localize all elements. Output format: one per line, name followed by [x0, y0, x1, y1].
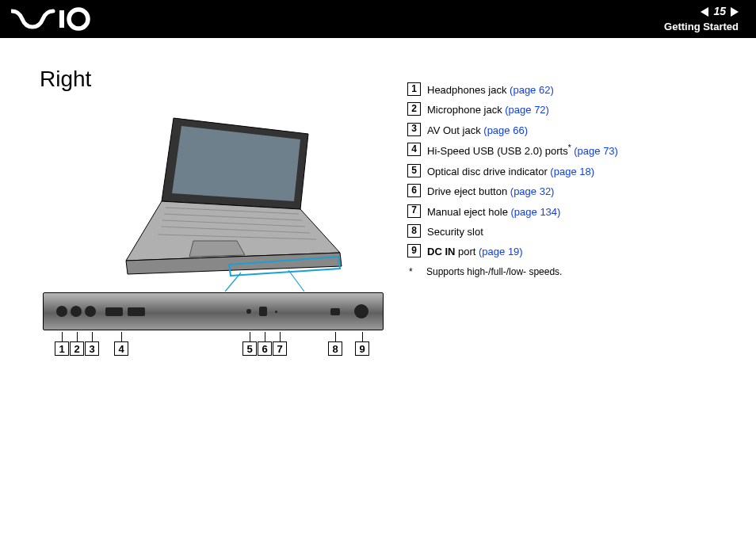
callout-9: 9 [355, 341, 369, 356]
legend-link-4[interactable]: (page 73) [574, 146, 618, 158]
header-right: 15 Getting Started [664, 4, 739, 33]
prev-page-icon[interactable] [701, 7, 708, 17]
legend-num-1: 1 [407, 82, 421, 96]
callout-4: 4 [114, 341, 128, 356]
port-usb-2 [128, 307, 145, 316]
callout-5: 5 [242, 341, 257, 356]
legend-link-3[interactable]: (page 66) [483, 124, 528, 136]
port-indicator [246, 309, 251, 314]
legend-label-8: Security slot [427, 226, 483, 238]
next-page-icon[interactable] [731, 7, 739, 17]
laptop-illustration [86, 114, 348, 288]
footnote-text: Supports high-/full-/low- speeds. [426, 266, 562, 277]
legend-num-9: 9 [407, 244, 421, 257]
legend-label-4: Hi-Speed USB (USB 2.0) ports [427, 146, 568, 158]
callout-8: 8 [328, 341, 342, 356]
svg-rect-0 [59, 10, 64, 28]
legend-label-9-bold: DC IN [427, 246, 455, 257]
callout-6: 6 [258, 341, 272, 356]
vaio-logo-svg [11, 7, 102, 31]
section-name: Getting Started [664, 21, 739, 34]
legend-link-7[interactable]: (page 134) [511, 206, 561, 218]
port-manual-eject [275, 311, 277, 313]
legend-link-5[interactable]: (page 18) [550, 166, 594, 177]
legend-label-6: Drive eject button [427, 185, 507, 197]
legend-label-9-rest: port [455, 246, 475, 257]
legend-item-7: 7 Manual eject hole (page 134) [407, 203, 732, 221]
side-view-panel [43, 292, 384, 330]
legend-item-5: 5 Optical disc drive indicator (page 18) [407, 162, 732, 181]
legend-item-3: 3 AV Out jack (page 66) [407, 121, 732, 139]
port-avout [85, 306, 96, 317]
legend-item-6: 6 Drive eject button (page 32) [407, 182, 732, 200]
callout-3: 3 [85, 341, 99, 356]
legend-label-7: Manual eject hole [427, 206, 508, 218]
legend-label-5: Optical disc drive indicator [427, 166, 548, 177]
legend-num-6: 6 [407, 184, 421, 197]
legend-num-5: 5 [407, 164, 421, 177]
legend-label-1: Headphones jack [427, 84, 506, 96]
legend-link-6[interactable]: (page 32) [510, 185, 555, 197]
header-bar: 15 Getting Started [0, 0, 756, 38]
svg-marker-3 [172, 126, 300, 201]
port-security [330, 308, 340, 315]
legend-item-1: 1 Headphones jack (page 62) [407, 81, 732, 99]
port-usb-1 [105, 307, 123, 316]
page-title: Right [40, 67, 384, 92]
page-nav: 15 [664, 4, 739, 18]
legend-item-8: 8 Security slot [407, 223, 732, 241]
port-eject [259, 307, 267, 316]
svg-point-1 [69, 10, 88, 29]
legend-link-9[interactable]: (page 19) [479, 246, 523, 257]
callout-2: 2 [70, 341, 84, 356]
port-headphones [56, 306, 67, 317]
legend-label-2: Microphone jack [427, 104, 502, 116]
legend-item-2: 2 Microphone jack (page 72) [407, 101, 732, 119]
legend-link-2[interactable]: (page 72) [505, 104, 549, 116]
footnote: *Supports high-/full-/low- speeds. [409, 266, 732, 277]
legend-num-8: 8 [407, 224, 421, 238]
vaio-logo [11, 7, 102, 31]
callout-row: 1 2 3 4 5 6 7 8 9 [43, 332, 384, 364]
port-microphone [71, 306, 82, 317]
illustration-area: 1 2 3 4 5 6 7 8 9 [43, 114, 384, 368]
legend-num-4: 4 [407, 143, 421, 156]
legend-item-9: 9 DC IN port (page 19) [407, 242, 732, 261]
legend-num-2: 2 [407, 102, 421, 116]
port-dcin [354, 304, 368, 318]
legend-num-7: 7 [407, 204, 421, 218]
legend-list: 1 Headphones jack (page 62) 2 Microphone… [407, 81, 732, 261]
footnote-mark: * [409, 266, 426, 277]
legend-link-1[interactable]: (page 62) [510, 84, 554, 96]
callout-1: 1 [55, 341, 69, 356]
legend-asterisk-4: * [568, 143, 571, 152]
callout-7: 7 [273, 341, 287, 356]
legend-num-3: 3 [407, 123, 421, 136]
legend-item-4: 4 Hi-Speed USB (USB 2.0) ports* (page 73… [407, 141, 732, 161]
svg-marker-6 [189, 241, 245, 257]
legend-label-3: AV Out jack [427, 124, 481, 136]
page-number: 15 [713, 4, 726, 18]
